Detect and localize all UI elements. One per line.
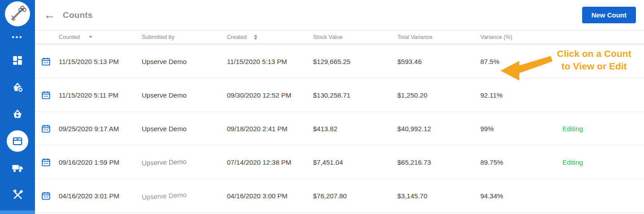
table-header: Counted Submitted by Created Stock Value… [35,30,644,45]
left-arrow-icon: ← [44,8,56,21]
cell-created: 11/15/2020 5:13 PM [227,58,313,65]
cell-stock-value: $413.82 [313,125,397,133]
basket-plus-icon [11,81,24,94]
column-header-variance-pct: Variance (%) [480,34,562,40]
sidebar-item-more-menu[interactable]: ••• [0,26,35,47]
cell-icon [35,158,59,167]
cell-variance-pct: 89.75% [480,158,562,166]
table-row[interactable]: 09/25/2020 9:17 AM Upserve Demo 09/18/20… [35,112,644,146]
cell-icon [35,191,59,201]
cell-created: 09/18/2020 2:41 PM [227,125,313,133]
cell-counted: 09/16/2020 1:59 PM [59,158,142,166]
calendar-icon [41,191,51,201]
cell-icon [35,57,59,66]
sidebar-bottom-accent [0,210,35,214]
cell-variance-pct: 99% [480,125,562,133]
cell-status: Editing [562,125,644,133]
avatar[interactable] [5,1,30,26]
sort-desc-icon [89,36,92,38]
sidebar-item-deliveries[interactable] [0,154,35,181]
sidebar-item-purchasing-add[interactable] [0,74,35,101]
cell-created: 09/30/2020 12:52 PM [227,91,313,99]
key-icon [8,4,27,24]
table-row[interactable]: 04/16/2020 3:01 PM Upserve Demo 04/16/20… [35,179,644,213]
column-header-total-variance: Total Variance [397,34,480,40]
column-header-stock-value: Stock Value [313,34,397,40]
utensils-icon [12,189,24,201]
sidebar-item-menu-items[interactable] [0,181,35,208]
cell-stock-value: $130,258.71 [313,91,397,99]
cell-counted: 04/16/2020 3:01 PM [59,192,142,200]
calendar-icon [41,90,51,100]
cell-total-variance: $40,992.12 [397,125,480,133]
new-count-button[interactable]: New Count [582,7,636,23]
box-icon [12,135,23,147]
sidebar: ••• [0,0,35,214]
sidebar-item-dashboard[interactable] [0,47,35,74]
cell-stock-value: $7,451.04 [313,158,397,166]
cell-status: Editing [562,158,644,166]
top-bar: ← Counts New Count [35,0,644,30]
ellipsis-icon: ••• [12,34,23,40]
column-header-counted[interactable]: Counted [59,34,142,40]
cell-submitted-by: Upserve Demo [142,158,227,166]
cell-counted: 09/25/2020 9:17 AM [59,125,142,133]
table-row[interactable]: 09/16/2020 1:59 PM Upserve Demo 07/14/20… [35,146,644,179]
cell-icon [35,124,59,133]
cell-icon [35,90,59,100]
table-body: 11/15/2020 5:13 PM Upserve Demo 11/15/20… [35,45,644,213]
cell-variance-pct: 87.5% [480,58,562,65]
calendar-icon [41,57,51,66]
truck-icon [11,162,24,174]
sort-toggle-icon [254,34,257,40]
cell-submitted-by: Upserve Demo [142,91,227,99]
page-title: Counts [63,10,93,20]
cell-total-variance: $1,250.20 [397,91,480,99]
cell-submitted-by: Upserve Demo [142,192,227,200]
sidebar-item-inventory[interactable] [0,128,35,154]
cell-total-variance: $65,216.73 [397,158,480,166]
table-row[interactable]: 11/15/2020 5:11 PM Upserve Demo 09/30/20… [35,78,644,112]
column-header-submitted-by: Submitted by [142,34,227,40]
cell-submitted-by: Upserve Demo [142,58,227,65]
cell-counted: 11/15/2020 5:11 PM [59,91,142,99]
basket-send-icon [11,108,24,120]
calendar-icon [41,158,51,167]
cell-created: 04/16/2020 3:00 PM [227,192,313,200]
calendar-icon [41,124,51,133]
cell-total-variance: $3,145.70 [397,192,480,200]
active-indicator [7,130,28,152]
sidebar-item-purchasing-send[interactable] [0,101,35,128]
cell-total-variance: $593.46 [397,58,480,65]
app: ••• [0,0,644,214]
cell-stock-value: $76,207.80 [313,192,397,200]
cell-variance-pct: 92.11% [480,91,562,99]
cell-stock-value: $129,665.25 [313,58,397,65]
dashboard-icon [12,55,23,66]
column-header-created[interactable]: Created [227,34,313,40]
cell-variance-pct: 94.34% [480,192,562,200]
cell-submitted-by: Upserve Demo [142,125,227,133]
back-button[interactable]: ← [44,9,56,21]
cell-created: 07/14/2020 12:38 PM [227,158,313,166]
cell-counted: 11/15/2020 5:13 PM [59,58,142,65]
main-content: ← Counts New Count Counted Submitted by … [35,0,644,214]
table-row[interactable]: 11/15/2020 5:13 PM Upserve Demo 11/15/20… [35,45,644,78]
